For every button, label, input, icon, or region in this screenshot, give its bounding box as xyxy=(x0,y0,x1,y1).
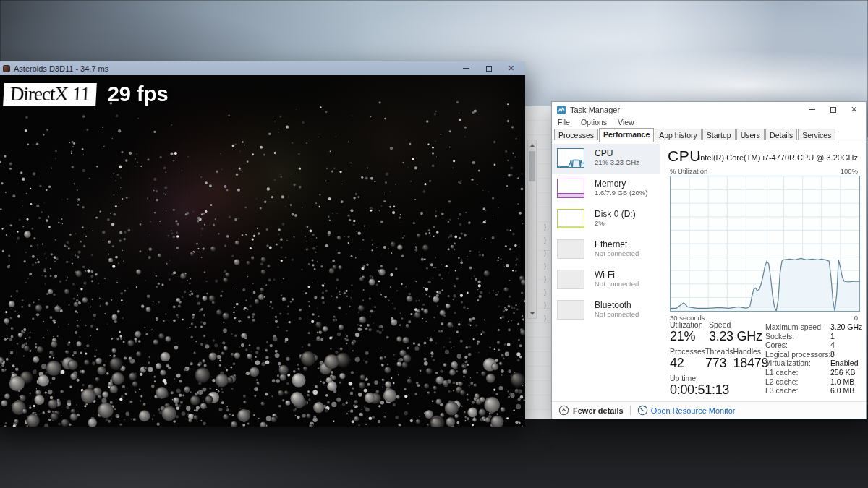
sidebar-item-cpu[interactable]: CPU21% 3.23 GHz xyxy=(552,144,660,174)
stat-label: Threads xyxy=(705,347,733,356)
scroll-up-icon xyxy=(530,144,535,147)
sidebar-item-label: Bluetooth xyxy=(595,299,660,310)
cpu-heading: CPU xyxy=(668,147,701,165)
tab-bar: ProcessesPerformanceApp historyStartupUs… xyxy=(552,127,866,140)
detail-value: 1.0 MB xyxy=(830,377,863,387)
detail-label: L1 cache: xyxy=(765,368,829,377)
stat-value: 0:00:51:13 xyxy=(670,382,709,398)
scroll-up-button[interactable] xyxy=(528,140,536,150)
sidebar-item-disk-0-d-[interactable]: Disk 0 (D:)2% xyxy=(552,205,660,234)
tab-services[interactable]: Services xyxy=(798,129,835,141)
tm-close-button[interactable]: ✕ xyxy=(843,102,864,117)
tab-startup[interactable]: Startup xyxy=(702,129,736,141)
sidebar-item-detail: Not connected xyxy=(595,280,660,288)
scroll-down-icon xyxy=(530,312,535,315)
stat-value: 21% xyxy=(670,329,709,344)
fewer-details-button[interactable]: Fewer details xyxy=(573,406,624,415)
detail-label: Cores: xyxy=(765,341,829,350)
footer-divider xyxy=(630,406,631,415)
scrollbar-thumb[interactable] xyxy=(529,151,535,181)
sidebar-item-memory[interactable]: Memory1.6/7.9 GB (20%) xyxy=(552,174,660,204)
tm-maximize-button[interactable] xyxy=(822,102,843,117)
cpu-mini-graph xyxy=(557,148,584,168)
stat-up-time: Up time0:00:51:13 xyxy=(670,374,709,398)
sidebar-item-detail: Not connected xyxy=(595,249,660,258)
sidebar-item-detail: Not connected xyxy=(595,310,660,319)
stat-label: Utilization xyxy=(670,320,709,329)
task-manager-titlebar[interactable]: Task Manager ✕ xyxy=(552,102,866,117)
detail-value: 1 xyxy=(830,332,863,341)
background-window-scrollbar[interactable] xyxy=(527,140,537,319)
game-titlebar[interactable]: Asteroids D3D11 - 34.7 ms ✕ xyxy=(0,61,525,75)
menu-view[interactable]: View xyxy=(618,118,634,127)
detail-label: Maximum speed: xyxy=(765,322,829,332)
performance-sidebar: CPU21% 3.23 GHzMemory1.6/7.9 GB (20%)Dis… xyxy=(552,140,660,403)
task-manager-title: Task Manager xyxy=(570,106,620,114)
stat-label: Up time xyxy=(670,374,709,382)
game-window: Asteroids D3D11 - 34.7 ms ✕ DirectX 11 2… xyxy=(0,61,525,427)
sidebar-item-detail: 1.6/7.9 GB (20%) xyxy=(595,189,660,197)
stat-label: Handles xyxy=(733,347,769,356)
tab-app-history[interactable]: App history xyxy=(655,129,702,141)
menu-options[interactable]: Options xyxy=(581,118,607,127)
fps-overlay: DirectX 11 29 fps xyxy=(4,82,169,106)
tab-users[interactable]: Users xyxy=(736,129,765,141)
detail-value: 3.20 GHz xyxy=(830,322,863,332)
memory-usage-fill xyxy=(558,193,584,197)
task-manager-footer: Fewer details Open Resource Monitor xyxy=(552,401,866,419)
game-app-icon xyxy=(3,65,10,72)
sidebar-item-label: CPU xyxy=(595,147,660,158)
maximize-icon xyxy=(486,66,492,72)
fps-counter: 29 fps xyxy=(108,82,169,106)
stat-label: Processes xyxy=(670,347,705,356)
open-resource-monitor-link[interactable]: Open Resource Monitor xyxy=(651,406,736,415)
sidebar-item-ethernet[interactable]: EthernetNot connected xyxy=(552,235,660,265)
game-maximize-button[interactable] xyxy=(477,61,500,75)
detail-value: 6.0 MB xyxy=(830,386,863,395)
directx-badge: DirectX 11 xyxy=(3,83,96,106)
scroll-down-button[interactable] xyxy=(528,309,536,318)
game-viewport[interactable]: DirectX 11 29 fps xyxy=(0,75,525,427)
tm-minimize-button[interactable] xyxy=(801,102,822,117)
game-window-title: Asteroids D3D11 - 34.7 ms xyxy=(14,64,109,73)
menu-file[interactable]: File xyxy=(558,118,570,127)
bluetooth-mini-graph xyxy=(557,300,584,320)
sidebar-item-detail: 21% 3.23 GHz xyxy=(595,158,660,167)
stat-value: 42 xyxy=(670,356,705,371)
stat-threads: Threads773 xyxy=(705,347,733,371)
task-manager-icon xyxy=(557,106,566,114)
stat-speed: Speed3.23 GHz xyxy=(709,320,754,344)
detail-label: Sockets: xyxy=(765,332,829,341)
detail-value: 4 xyxy=(830,341,863,350)
chevron-up-circle-icon[interactable] xyxy=(558,405,569,416)
memory-mini-graph xyxy=(557,179,584,198)
detail-value: 8 xyxy=(830,350,863,359)
wi-fi-mini-graph xyxy=(557,270,584,289)
game-close-button[interactable]: ✕ xyxy=(500,61,522,75)
sidebar-item-bluetooth[interactable]: BluetoothNot connected xyxy=(552,296,660,325)
task-manager-window: Task Manager ✕ FileOptionsView Processes… xyxy=(551,101,867,419)
disk-activity-line xyxy=(558,226,584,228)
game-minimize-button[interactable] xyxy=(455,61,477,75)
sidebar-item-detail: 2% xyxy=(595,219,660,228)
detail-label: L3 cache: xyxy=(765,386,829,395)
maximize-icon xyxy=(830,107,836,113)
y-axis-label: % Utilization xyxy=(670,167,707,175)
cpu-details: Maximum speed:3.20 GHzSockets:1Cores:4Lo… xyxy=(765,322,863,395)
resource-monitor-icon xyxy=(637,405,648,416)
y-max-label: 100% xyxy=(841,167,858,175)
tab-processes[interactable]: Processes xyxy=(554,129,598,141)
performance-pane: CPU21% 3.23 GHzMemory1.6/7.9 GB (20%)Dis… xyxy=(552,140,866,403)
stat-label: Speed xyxy=(709,320,754,329)
menu-bar: FileOptionsView xyxy=(552,117,866,127)
cpu-utilization-graph[interactable] xyxy=(670,176,860,312)
tab-details[interactable]: Details xyxy=(765,129,797,141)
minimize-icon xyxy=(463,68,469,69)
sidebar-item-wi-fi[interactable]: Wi-FiNot connected xyxy=(552,265,660,295)
graph-axis-top: % Utilization 100% xyxy=(670,167,858,175)
cpu-stats: Utilization21%Speed3.23 GHzProcesses42Th… xyxy=(670,320,765,401)
stat-value: 3.23 GHz xyxy=(709,329,754,344)
stat-utilization: Utilization21% xyxy=(670,320,709,344)
asteroid-field-canvas xyxy=(0,75,525,427)
tab-performance[interactable]: Performance xyxy=(599,128,654,142)
